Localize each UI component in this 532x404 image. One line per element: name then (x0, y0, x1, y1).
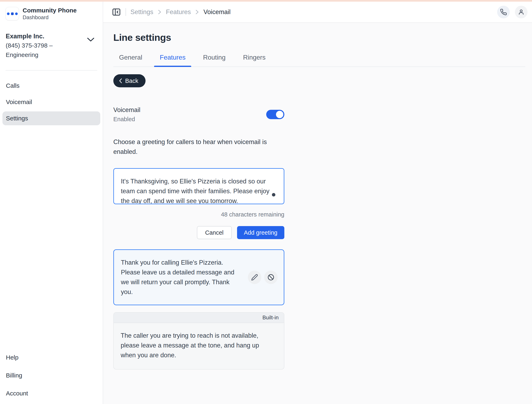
nav-label: Billing (6, 372, 22, 379)
content: Line settings General Features Routing R… (103, 23, 532, 404)
account-button[interactable] (515, 6, 527, 18)
ban-icon (267, 274, 275, 281)
top-header: Settings Features Voicemail (103, 2, 532, 23)
greeting-help-text: Choose a greeting for callers to hear wh… (113, 137, 284, 157)
chevron-right-icon (158, 9, 161, 15)
page-title: Line settings (113, 32, 525, 43)
sidebar-item-voicemail[interactable]: Voicemail (2, 95, 100, 109)
back-button-label: Back (125, 78, 138, 84)
greeting-text: Thank you for calling Ellie's Pizzeria. … (121, 258, 236, 297)
nav-label: Account (6, 390, 28, 397)
disable-greeting-button[interactable] (264, 271, 278, 284)
community-phone-logo-icon (6, 7, 19, 20)
add-greeting-button[interactable]: Add greeting (237, 226, 284, 239)
breadcrumb-voicemail: Voicemail (203, 8, 231, 16)
back-button[interactable]: Back (113, 74, 146, 87)
tab-general[interactable]: General (113, 51, 148, 66)
tab-features[interactable]: Features (154, 51, 191, 66)
sidebar-item-settings[interactable]: Settings (2, 111, 100, 125)
org-selector[interactable]: Example Inc. (845) 375-3798 – Engineerin… (0, 21, 103, 59)
tab-ringers[interactable]: Ringers (237, 51, 271, 66)
breadcrumb-settings[interactable]: Settings (130, 8, 153, 16)
top-accent-bar (0, 0, 532, 2)
chevron-left-icon (119, 78, 122, 84)
sidebar-nav: Calls Voicemail Settings (0, 71, 103, 125)
sidebar-item-calls[interactable]: Calls (2, 79, 100, 93)
org-phone-line: (845) 375-3798 – Engineering (6, 41, 87, 59)
app-title: Community Phone (23, 7, 77, 14)
org-name: Example Inc. (6, 32, 87, 41)
sidebar-item-help[interactable]: Help (2, 351, 100, 365)
app-subtitle: Dashboard (23, 14, 77, 21)
editor-actions: Cancel Add greeting (113, 226, 284, 239)
chevron-right-icon (195, 9, 199, 15)
builtin-badge: Built-in (263, 314, 279, 320)
nav-label: Help (6, 354, 19, 361)
logo-dot-icon (11, 13, 14, 15)
app-window: Community Phone Dashboard Example Inc. (… (0, 0, 532, 404)
greeting-card-builtin[interactable]: Built-in The caller you are trying to re… (113, 312, 284, 370)
voicemail-toggle[interactable] (266, 110, 284, 119)
nav-label: Voicemail (6, 98, 32, 105)
phone-icon (500, 9, 507, 15)
logo-dot-icon (15, 13, 18, 15)
nav-label: Calls (6, 82, 19, 89)
toggle-knob (276, 111, 283, 118)
cancel-button[interactable]: Cancel (197, 226, 232, 239)
greeting-editor: It's Thanksgiving, so Ellie's Pizzeria i… (113, 168, 284, 204)
main-area: Settings Features Voicemail (103, 2, 532, 404)
nav-label: Settings (6, 115, 28, 122)
tab-routing[interactable]: Routing (197, 51, 231, 66)
voicemail-label: Voicemail (113, 105, 140, 115)
pencil-icon (251, 274, 258, 281)
greeting-textarea[interactable]: It's Thanksgiving, so Ellie's Pizzeria i… (113, 168, 284, 204)
logo-dot-icon (7, 13, 10, 15)
breadcrumb-features[interactable]: Features (166, 8, 191, 16)
app-logo[interactable]: Community Phone Dashboard (0, 2, 103, 21)
tab-bar: General Features Routing Ringers (113, 51, 525, 67)
breadcrumb-divider (126, 8, 126, 16)
voicemail-toggle-row: Voicemail Enabled (113, 105, 284, 124)
user-icon (518, 9, 525, 15)
greeting-card-selected[interactable]: Thank you for calling Ellie's Pizzeria. … (113, 249, 284, 305)
sidebar-footer-nav: Help Billing Account (2, 351, 100, 400)
phone-button[interactable] (497, 6, 510, 18)
edit-greeting-button[interactable] (248, 271, 261, 284)
sidebar-item-billing[interactable]: Billing (2, 369, 100, 382)
sidebar-item-account[interactable]: Account (2, 386, 100, 400)
builtin-header: Built-in (114, 313, 284, 323)
chevron-down-icon (87, 37, 95, 42)
characters-remaining: 48 characters remaining (113, 211, 284, 218)
header-actions (497, 6, 527, 18)
greeting-card-actions (248, 271, 278, 284)
greeting-text: The caller you are trying to reach is no… (114, 323, 284, 369)
drag-handle-dot (272, 193, 275, 196)
breadcrumb: Settings Features Voicemail (112, 7, 231, 17)
sidebar: Community Phone Dashboard Example Inc. (… (0, 2, 103, 404)
voicemail-status: Enabled (113, 115, 140, 124)
collapse-sidebar-icon[interactable] (112, 7, 121, 17)
